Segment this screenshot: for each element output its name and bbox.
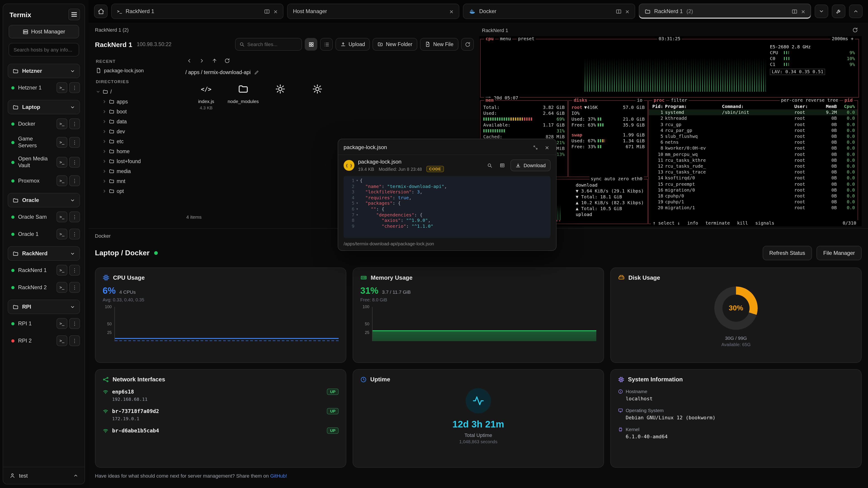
edit-icon[interactable] bbox=[254, 70, 259, 75]
host-options-button[interactable]: ⋮ bbox=[69, 175, 80, 186]
directory-root[interactable]: / bbox=[96, 87, 181, 97]
host-options-button[interactable]: ⋮ bbox=[69, 157, 80, 168]
directory-item[interactable]: data bbox=[96, 117, 181, 127]
open-terminal-button[interactable]: >_ bbox=[57, 282, 67, 293]
process-row[interactable]: 13 rcu_tasks_trace root 0B 0.0 bbox=[649, 169, 858, 175]
process-row[interactable]: 15 rcu_preempt root 0B 0.0 bbox=[649, 181, 858, 187]
process-row[interactable]: 1 systemd /sbin/init root 9.2M 0.0 bbox=[649, 109, 858, 115]
process-row[interactable]: 18 cpuhp/0 root 0B 0.0 bbox=[649, 193, 858, 199]
host-options-button[interactable]: ⋮ bbox=[69, 82, 80, 93]
nav-up-button[interactable] bbox=[209, 55, 220, 66]
directory-item[interactable]: media bbox=[96, 166, 181, 176]
process-row[interactable]: 4 rcu_par_gp root 0B 0.0 bbox=[649, 127, 858, 133]
host-options-button[interactable]: ⋮ bbox=[69, 229, 80, 239]
open-terminal-button[interactable]: >_ bbox=[57, 175, 67, 186]
split-view-icon[interactable] bbox=[264, 8, 270, 14]
sidebar-host-docker[interactable]: Docker >_⋮ bbox=[7, 115, 81, 132]
file-search-input[interactable] bbox=[247, 41, 298, 47]
terminal-menu-item[interactable]: kill bbox=[737, 220, 748, 226]
download-button[interactable]: Download bbox=[510, 160, 551, 171]
refresh-button[interactable] bbox=[461, 38, 474, 51]
nav-back-button[interactable] bbox=[184, 55, 194, 66]
process-row[interactable]: 12 rcu_tasks_rude_ root 0B 0.0 bbox=[649, 163, 858, 169]
recent-file[interactable]: package-lock.json bbox=[96, 66, 181, 74]
close-tab-icon[interactable]: × bbox=[625, 8, 629, 15]
close-tab-icon[interactable]: × bbox=[450, 8, 454, 15]
tab-docker[interactable]: Docker × bbox=[463, 4, 635, 19]
home-button[interactable] bbox=[94, 4, 107, 18]
tools-button[interactable] bbox=[832, 4, 845, 18]
directory-item[interactable]: opt bbox=[96, 186, 181, 196]
host-group-rpi[interactable]: RPI bbox=[8, 300, 80, 314]
open-terminal-button[interactable]: >_ bbox=[57, 265, 67, 275]
tabs-expand-button[interactable] bbox=[849, 4, 863, 18]
modal-table-view-button[interactable] bbox=[498, 161, 507, 170]
code-lines[interactable]: 1▾{2 "name": "termix-download-api",3 "lo… bbox=[344, 176, 551, 238]
directory-item[interactable]: etc bbox=[96, 136, 181, 147]
process-row[interactable]: 8 kworker/0:0H-ev root 0B 0.0 bbox=[649, 145, 858, 151]
host-options-button[interactable]: ⋮ bbox=[69, 212, 80, 222]
open-terminal-button[interactable]: >_ bbox=[57, 82, 67, 93]
terminal-menu-item[interactable]: terminate bbox=[706, 220, 730, 226]
tabs-collapse-button[interactable] bbox=[815, 4, 828, 18]
directory-item[interactable]: apps bbox=[96, 97, 181, 107]
open-terminal-button[interactable]: >_ bbox=[57, 229, 67, 239]
open-terminal-button[interactable]: >_ bbox=[57, 137, 67, 148]
directory-item[interactable]: boot bbox=[96, 107, 181, 117]
host-options-button[interactable]: ⋮ bbox=[69, 282, 80, 293]
sidebar-host-racknerd-2[interactable]: RackNerd 2 >_⋮ bbox=[7, 279, 81, 296]
terminal-menu-item[interactable]: ↑ select ↓ bbox=[653, 220, 680, 226]
host-group-laptop[interactable]: Laptop bbox=[8, 100, 80, 114]
process-row[interactable]: 11 rcu_tasks_kthre root 0B 0.0 bbox=[649, 157, 858, 163]
host-search-input[interactable] bbox=[8, 43, 79, 57]
host-group-oracle[interactable]: Oracle bbox=[8, 193, 80, 207]
host-options-button[interactable]: ⋮ bbox=[69, 265, 80, 275]
sidebar-host-open-media-vault[interactable]: Open Media Vault >_⋮ bbox=[7, 152, 81, 172]
process-row[interactable]: 20 migration/1 root 0B 0.0 bbox=[649, 205, 858, 211]
file-manager-button[interactable]: File Manager bbox=[816, 246, 862, 260]
breadcrumb[interactable]: / apps / termix-download-api bbox=[185, 70, 477, 75]
process-row[interactable]: 16 migration/0 root 0B 0.0 bbox=[649, 187, 858, 193]
close-tab-icon[interactable]: × bbox=[801, 8, 805, 15]
process-row[interactable]: 10 mm_percpu_wq root 0B 0.0 bbox=[649, 151, 858, 157]
host-options-button[interactable]: ⋮ bbox=[69, 318, 80, 329]
nav-forward-button[interactable] bbox=[196, 55, 207, 66]
host-options-button[interactable]: ⋮ bbox=[69, 137, 80, 148]
tab-racknerd-files[interactable]: RackNerd 1 (2) × bbox=[639, 4, 811, 19]
sidebar-host-proxmox[interactable]: Proxmox >_⋮ bbox=[7, 172, 81, 189]
sidebar-host-rpi-2[interactable]: RPI 2 >_⋮ bbox=[7, 332, 81, 349]
github-link[interactable]: GitHub! bbox=[270, 473, 287, 479]
host-manager-button[interactable]: Host Manager bbox=[8, 25, 79, 38]
sidebar-host-hetzner-1[interactable]: Hetzner 1 >_⋮ bbox=[7, 79, 81, 96]
list-view-button[interactable] bbox=[320, 38, 333, 51]
host-group-hetzner[interactable]: Hetzner bbox=[8, 64, 80, 78]
open-terminal-button[interactable]: >_ bbox=[57, 318, 67, 329]
split-view-icon[interactable] bbox=[792, 8, 798, 14]
sidebar-host-oracle-1[interactable]: Oracle 1 >_⋮ bbox=[7, 225, 81, 242]
user-footer[interactable]: test bbox=[3, 467, 85, 484]
open-terminal-button[interactable]: >_ bbox=[57, 119, 67, 129]
sidebar-host-oracle-sam[interactable]: Oracle Sam >_⋮ bbox=[7, 208, 81, 225]
host-options-button[interactable]: ⋮ bbox=[69, 335, 80, 346]
file-search[interactable] bbox=[235, 38, 302, 51]
split-view-icon[interactable] bbox=[616, 8, 622, 14]
file-tile-index-js[interactable]: </> index.js 4.3 KB bbox=[190, 81, 222, 110]
expand-button[interactable] bbox=[531, 143, 540, 152]
process-row[interactable]: 3 rcu_gp root 0B 0.0 bbox=[649, 121, 858, 127]
directory-item[interactable]: home bbox=[96, 147, 181, 156]
host-options-button[interactable]: ⋮ bbox=[69, 119, 80, 129]
open-terminal-button[interactable]: >_ bbox=[57, 157, 67, 168]
grid-view-button[interactable] bbox=[305, 38, 317, 51]
process-row[interactable]: 2 kthreadd root 0B 0.0 bbox=[649, 116, 858, 121]
file-tile-config-2[interactable] bbox=[301, 81, 334, 110]
new-file-button[interactable]: New File bbox=[420, 38, 458, 51]
directory-item[interactable]: mnt bbox=[96, 176, 181, 186]
sidebar-host-racknerd-1[interactable]: RackNerd 1 >_⋮ bbox=[7, 262, 81, 279]
upload-button[interactable]: Upload bbox=[336, 38, 370, 51]
modal-search-button[interactable] bbox=[485, 161, 494, 170]
tab-host-manager[interactable]: Host Manager × bbox=[287, 4, 459, 19]
sync-button[interactable] bbox=[852, 27, 858, 33]
tab-racknerd-terminal[interactable]: >_ RackNerd 1 × bbox=[111, 4, 283, 19]
nav-refresh-button[interactable] bbox=[221, 55, 232, 66]
terminal-menu-item[interactable]: signals bbox=[755, 220, 774, 226]
